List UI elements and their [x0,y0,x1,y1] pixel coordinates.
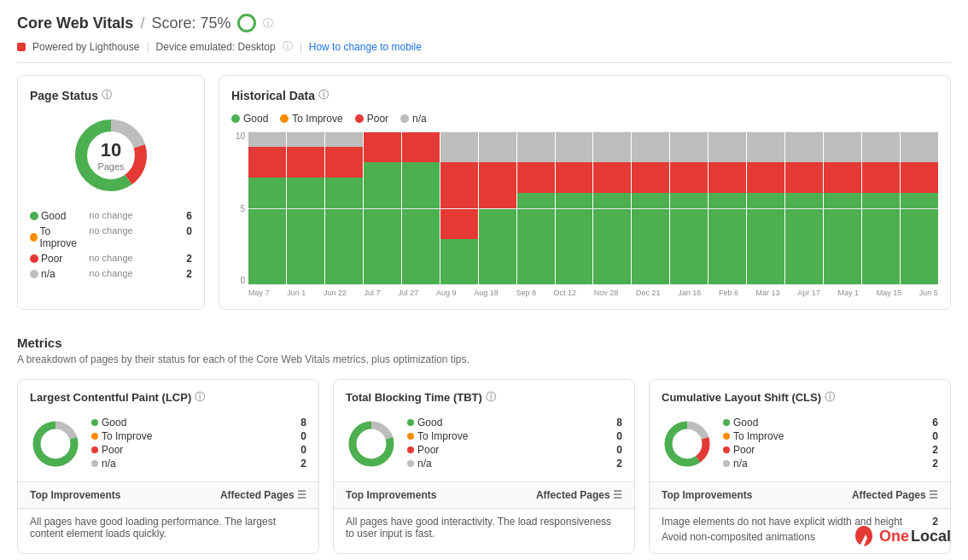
bar-seg-poor [556,162,593,193]
y-label-10: 10 [236,131,245,141]
page-status-info-icon[interactable]: ⓘ [102,88,112,102]
bar-seg-poor [287,147,324,178]
lcp-donut [30,418,81,470]
onelocal-logo-icon [850,522,878,550]
page-status-card: Page Status ⓘ [17,75,205,310]
bar-seg-na [824,131,861,162]
tbt-improvements-body: All pages have good interactivity. The l… [334,508,634,550]
powered-by-label: Powered by Lighthouse [32,41,139,53]
cls-na-count: 2 [924,458,938,470]
cls-improve-row: To Improve 0 [723,430,938,442]
good-dot [30,212,38,220]
legend-improve-label: To Improve [30,225,83,249]
tbt-info-icon[interactable]: ⓘ [486,390,496,405]
tbt-improve-count: 0 [609,430,622,442]
lcp-body: Good 8 To Improve 0 Poor 0 n/a [18,410,318,481]
bar-seg-poor [325,147,363,178]
legend-poor-count: 2 [139,253,192,265]
bar-seg-na [248,131,286,147]
x-labels: May 7 Jun 1 Jun 22 Jul 7 Jul 27 Aug 9 Au… [231,289,938,297]
bar-seg-good [325,178,363,285]
grid-line-mid [248,208,938,209]
tbt-na-dot [407,460,414,467]
bar-seg-na [901,131,938,162]
lcp-good-row: Good 8 [91,417,306,429]
bar-seg-good [402,162,440,285]
historical-title: Historical Data ⓘ [231,88,938,102]
change-to-mobile-link[interactable]: How to change to mobile [309,41,422,53]
bar-seg-poor [901,162,938,193]
hist-legend-improve: To Improve [280,113,342,125]
legend-na-change: no change [85,268,137,280]
lcp-na-row: n/a 2 [91,458,306,470]
cls-header: Cumulative Layout Shift (CLS) ⓘ [650,380,950,410]
main-page: Core Web Vitals / Score: 75% ⓘ Powered b… [0,0,968,560]
chart-container: 10 5 0 [231,131,938,285]
bar-seg-poor [747,162,784,193]
tbt-poor-row: Poor 0 [407,444,622,456]
bar-seg-good [670,193,708,285]
bar-seg-na [632,131,669,162]
lcp-card: Largest Contentful Paint (LCP) ⓘ [17,379,319,554]
lcp-improvement-1: All pages have good loading performance.… [30,516,306,540]
device-info-icon[interactable]: ⓘ [283,39,293,54]
metrics-grid: Largest Contentful Paint (LCP) ⓘ [17,379,951,554]
lcp-header: Largest Contentful Paint (LCP) ⓘ [18,380,318,410]
bar-seg-good [556,193,593,285]
svg-point-8 [42,430,69,458]
hist-na-dot [400,114,409,123]
tbt-poor-dot [407,446,414,453]
tbt-donut-svg [346,418,397,470]
device-label: Device emulated: Desktop [156,41,276,53]
metrics-title: Metrics [17,335,951,350]
cls-good-dot [723,419,730,426]
cls-info-icon[interactable]: ⓘ [825,390,835,405]
tbt-header: Total Blocking Time (TBT) ⓘ [334,380,634,410]
cls-filter-icon[interactable]: ☰ [929,489,938,501]
hist-legend-good: Good [231,113,268,125]
bar-seg-poor [632,162,669,193]
lcp-filter-icon[interactable]: ☰ [297,489,306,501]
bar-seg-na [287,131,324,147]
bar-seg-poor [440,162,478,239]
bar-seg-na [593,131,631,162]
historical-info-icon[interactable]: ⓘ [318,88,329,102]
historical-data-card: Historical Data ⓘ Good To Improve Poor [219,75,951,310]
bar-seg-na [747,131,784,162]
page-status-legend: Good no change 6 To Improve no change 0 … [30,210,192,280]
tbt-card: Total Blocking Time (TBT) ⓘ [333,379,635,554]
metrics-section: Metrics A breakdown of pages by their st… [17,327,951,554]
tbt-good-dot [407,419,414,426]
lcp-good-count: 8 [293,417,306,429]
legend-na-count: 2 [139,268,192,280]
bar-seg-good [824,193,861,285]
cls-legend: Good 6 To Improve 0 Poor 2 n/a [723,417,938,471]
bar-seg-poor [479,162,516,208]
donut-text: Pages [97,161,124,172]
lcp-improvements-body: All pages have good loading performance.… [18,508,318,550]
bar-seg-na [517,131,555,162]
lcp-info-icon[interactable]: ⓘ [195,390,205,405]
score-info-icon[interactable]: ⓘ [263,16,273,31]
lcp-improve-count: 0 [293,430,306,442]
bar-seg-good [364,162,401,285]
lcp-donut-svg [30,418,81,470]
donut-label: 10 Pages [97,139,124,172]
tbt-improvement-1: All pages have good interactivity. The l… [346,516,622,540]
cls-poor-dot [723,446,730,453]
historical-legend: Good To Improve Poor n/a [231,113,938,125]
score-circle-icon [237,14,256,32]
tbt-good-row: Good 8 [407,417,622,429]
bar-seg-poor [824,162,861,193]
legend-poor-label: Poor [30,253,83,265]
bar-seg-good [287,178,324,285]
bar-seg-poor [709,162,746,193]
bar-seg-na [479,131,516,162]
bar-seg-good [248,178,286,285]
cls-poor-count: 2 [924,444,938,456]
lcp-na-count: 2 [293,458,306,470]
cls-good-count: 6 [924,417,938,429]
lcp-poor-row: Poor 0 [91,444,306,456]
legend-poor-change: no change [85,253,137,265]
tbt-filter-icon[interactable]: ☰ [613,489,622,501]
